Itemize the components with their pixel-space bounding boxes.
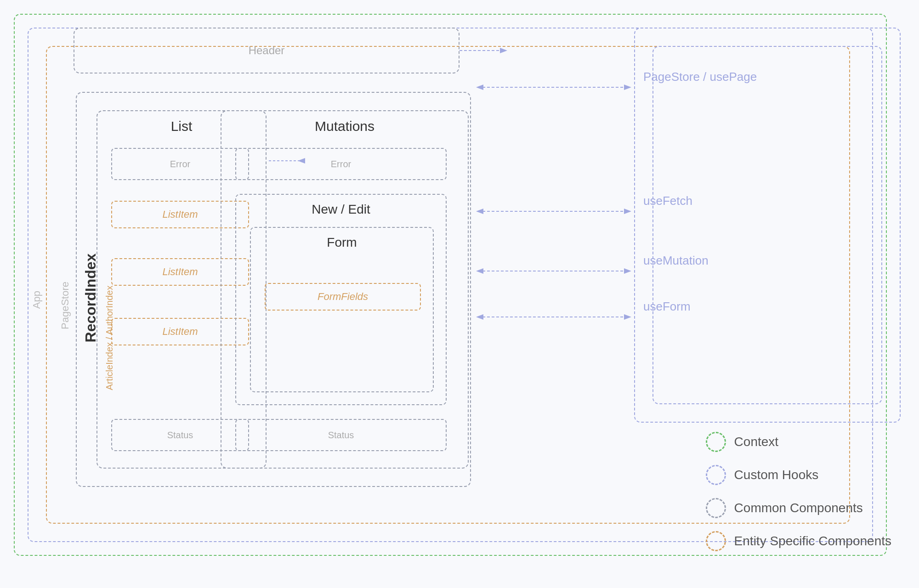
legend-custom-hooks-label: Custom Hooks [734,468,819,482]
legend: Context Custom Hooks Common Components E… [706,432,891,551]
legend-custom-hooks: Custom Hooks [706,465,891,485]
mut-status-box: Status [235,419,447,451]
header-arrow [460,44,515,57]
mutations-box: Mutations Error New / Edit Form FormFiel… [221,110,469,469]
legend-custom-hooks-swatch [706,465,726,485]
form-fields-box: FormFields [265,283,421,311]
list-item3-label: ListItem [162,326,198,338]
list-label: List [171,119,193,134]
list-item2-label: ListItem [162,266,198,278]
diagram-container: App PageStore ArticleIndex / AuthorIndex… [0,0,919,588]
list-error-label: Error [170,159,190,170]
list-item1-label: ListItem [162,209,198,220]
legend-context-label: Context [734,435,779,449]
legend-entity-specific-label: Entity Specific Components [734,534,891,548]
legend-context: Context [706,432,891,452]
header-box: Header [74,28,460,74]
mut-status-label: Status [328,430,354,441]
form-fields-label: FormFields [318,291,368,303]
legend-entity-specific: Entity Specific Components [706,531,891,551]
header-label: Header [249,44,285,57]
mut-error-label: Error [331,159,351,170]
legend-context-swatch [706,432,726,452]
list-mutations-arrow [267,156,312,165]
mutations-label: Mutations [315,119,374,134]
form-box: Form FormFields [250,227,434,392]
legend-entity-specific-swatch [706,531,726,551]
legend-common-components-label: Common Components [734,501,863,515]
form-label: Form [327,235,357,250]
legend-common-components-swatch [706,498,726,518]
new-edit-label: New / Edit [312,202,370,217]
new-edit-box: New / Edit Form FormFields [235,194,447,405]
list-status-label: Status [167,430,193,441]
hooks-inner-box [652,46,882,404]
legend-common-components: Common Components [706,498,891,518]
